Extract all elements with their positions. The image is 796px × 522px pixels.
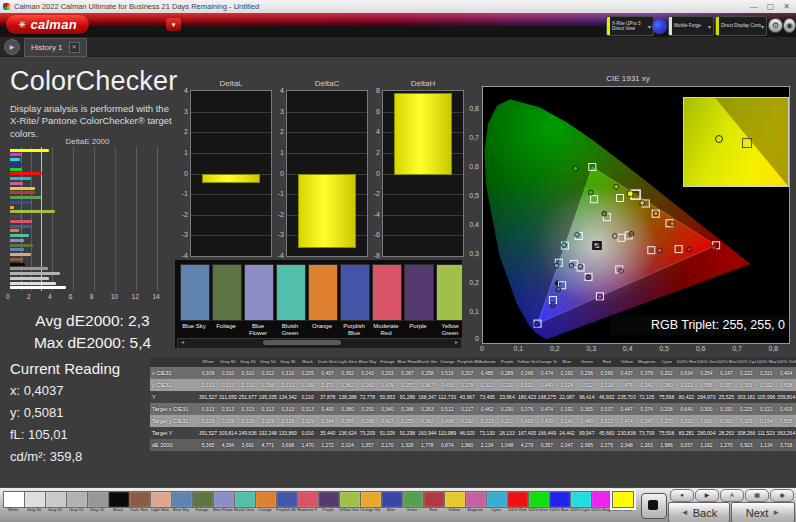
table-column-header: Gray 50	[258, 357, 278, 367]
delta-y-tick: -3	[271, 231, 284, 238]
de2000-bar	[10, 220, 32, 223]
patch-button-green[interactable]: Green	[402, 491, 422, 512]
patch-button-yellow-green[interactable]: Yellow Green	[339, 491, 359, 512]
bottom-toolbar-button-4[interactable]: ▦	[745, 489, 769, 502]
patch-button-100-cyan[interactable]: 100% Cyan	[570, 491, 590, 512]
patch-button-label: Gray 65	[45, 508, 65, 512]
strip-patch-swatch	[436, 264, 462, 321]
de2000-bar	[10, 282, 56, 285]
device-selector-1[interactable]: X-Rite i1Pro 3Direct View▾	[606, 16, 654, 36]
patch-button-orange[interactable]: Orange	[255, 491, 275, 512]
patch-button-blue-sky[interactable]: Blue Sky	[171, 491, 191, 512]
patch-button-purplish-blue[interactable]: Purplish Blue	[276, 491, 296, 512]
table-cell: 133,869	[278, 427, 298, 439]
table-cell: 26,133	[497, 427, 517, 439]
patch-button-cyan[interactable]: Cyan	[486, 491, 506, 512]
tab-scroll-button[interactable]: ▶	[4, 39, 20, 55]
calman-menu-button[interactable]: ▾	[166, 18, 181, 31]
table-cell: 0,519	[437, 367, 457, 379]
strip-patch[interactable]: Moderate Red	[372, 264, 400, 337]
patch-button-blue[interactable]: Blue	[381, 491, 401, 512]
table-cell: 0,210	[298, 391, 318, 403]
strip-patch[interactable]: Purple	[404, 264, 432, 330]
next-arrow-icon: ►	[772, 508, 780, 517]
patch-button-gray-80[interactable]: Gray 80	[24, 491, 44, 512]
de2000-bar	[10, 153, 22, 156]
table-cell: 0,192	[557, 403, 577, 415]
strip-patch[interactable]: Yellow Green	[436, 264, 462, 337]
bottom-toolbar-button-3[interactable]: A	[720, 489, 744, 502]
strip-patch[interactable]: Purplish Blue	[340, 264, 368, 337]
patch-button-white[interactable]: White	[3, 491, 23, 512]
table-cell: 0,060	[716, 415, 736, 427]
strip-patch[interactable]: Foliage	[212, 264, 240, 330]
tab-close-icon[interactable]: ✕	[69, 42, 80, 53]
table-cell: 0,333	[238, 379, 258, 391]
device-selector-3[interactable]: Direct Display Control▾	[715, 16, 767, 36]
patch-button-gray-50[interactable]: Gray 50	[66, 491, 86, 512]
patch-button-light-skin[interactable]: Light Skin	[150, 491, 170, 512]
app-icon	[3, 3, 10, 10]
de-gridline	[73, 147, 74, 291]
scroll-right-icon[interactable]: ►	[452, 339, 461, 346]
patch-button-red[interactable]: Red	[423, 491, 443, 512]
bottom-toolbar-button-2[interactable]: ▶	[695, 489, 719, 502]
power-button[interactable]: ◉	[783, 18, 796, 33]
next-button[interactable]: Next ►	[731, 502, 795, 522]
patch-button-yellow[interactable]: Yellow	[444, 491, 464, 512]
patch-button-moderate-red[interactable]: Moderate Red	[297, 491, 317, 512]
patch-button-100-blue[interactable]: 100% Blue	[549, 491, 569, 512]
calman-logo-button[interactable]: ✳ calman	[6, 15, 89, 34]
table-cell: 138,288	[338, 391, 358, 403]
delta-y-tick: 3	[271, 108, 284, 115]
patch-button-orange-yellow[interactable]: Orange Yellow	[360, 491, 380, 512]
cie-y-tick: 0,1	[461, 308, 479, 315]
patch-button-black[interactable]: Black	[108, 491, 128, 512]
patch-button-purple[interactable]: Purple	[318, 491, 338, 512]
table-cell: 0,317	[597, 415, 617, 427]
close-button[interactable]: ✕	[783, 2, 790, 11]
cie-measured-marker	[556, 287, 561, 292]
strip-patch[interactable]: Bluish Green	[276, 264, 304, 337]
patch-button-gray-35[interactable]: Gray 35	[87, 491, 107, 512]
bottom-toolbar-button-1[interactable]: ●	[670, 489, 694, 502]
patch-button-magenta[interactable]: Magenta	[465, 491, 485, 512]
scroll-left-icon[interactable]: ◄	[178, 339, 187, 346]
patch-button-100-yellow[interactable]: 100% Yellow	[612, 491, 632, 512]
table-cell: 0,376	[517, 403, 537, 415]
delta-gridline	[287, 132, 367, 133]
delta-y-tick: 0	[175, 170, 188, 177]
patch-button-100-red[interactable]: 100% Red	[507, 491, 527, 512]
current-reading-value: cd/m²: 359,8	[10, 449, 82, 464]
patch-button-gray-65[interactable]: Gray 65	[45, 491, 65, 512]
cie-x-tick: 0,4	[623, 345, 633, 352]
table-column-header: Blue	[557, 357, 577, 367]
scrollbar-thumb[interactable]	[263, 340, 341, 345]
swatch-strip-scrollbar[interactable]: ◄ ►	[177, 338, 462, 349]
patch-button-100-magenta[interactable]: 100% Magenta	[591, 491, 611, 512]
strip-patch[interactable]: Blue Sky	[180, 264, 208, 330]
patch-button-100-green[interactable]: 100% Green	[528, 491, 548, 512]
device-selector-2[interactable]: Mobile Forge▾	[668, 16, 714, 36]
bottom-toolbar-button-5[interactable]: ◉	[770, 489, 794, 502]
delta-y-tick: -8	[367, 252, 380, 259]
cie-x-tick: 0,6	[696, 345, 706, 352]
patch-button-bluish-green[interactable]: Bluish Green	[234, 491, 254, 512]
stop-button[interactable]	[641, 493, 667, 519]
settings-button[interactable]: ⚙	[768, 18, 783, 33]
table-cell: 1,326	[397, 439, 417, 451]
page-title: ColorChecker	[10, 66, 177, 97]
table-cell: 0,380	[338, 403, 358, 415]
strip-patch[interactable]: Blue Flower	[244, 264, 272, 337]
patch-button-dark-skin[interactable]: Dark Skin	[129, 491, 149, 512]
tab-history-1[interactable]: History 1 ✕	[24, 38, 87, 57]
de2000-bar	[10, 225, 31, 228]
strip-patch[interactable]: Orange	[308, 264, 336, 330]
patch-button-foliage[interactable]: Foliage	[192, 491, 212, 512]
delta-bar	[394, 93, 452, 175]
back-button[interactable]: ◄ Back	[668, 502, 730, 522]
minimize-button[interactable]: —	[750, 2, 758, 11]
table-cell: 96,414	[577, 391, 597, 403]
maximize-button[interactable]: ▢	[767, 2, 775, 11]
patch-button-blue-flower[interactable]: Blue Flower	[213, 491, 233, 512]
